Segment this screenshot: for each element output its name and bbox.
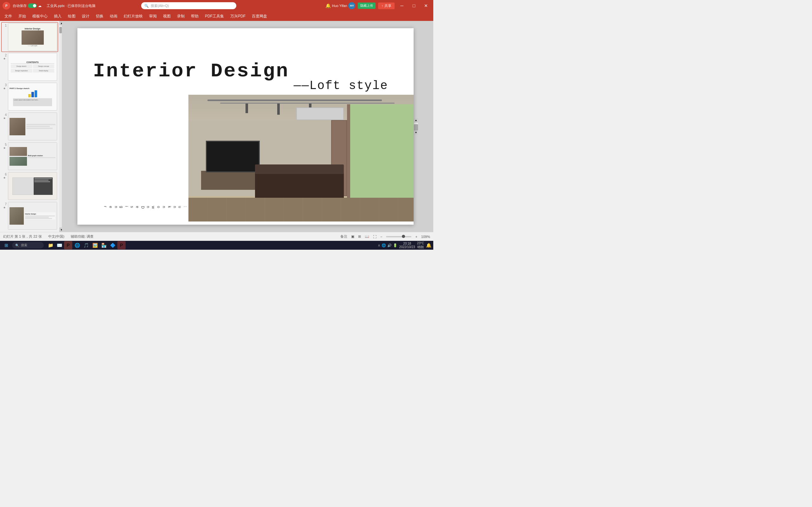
thumb7-img1 bbox=[9, 207, 24, 225]
menu-baidu-pan[interactable]: 百度网盘 bbox=[249, 12, 270, 20]
taskbar-app-store[interactable]: 🏪 bbox=[100, 241, 108, 249]
slide-num-3: 3 bbox=[2, 83, 7, 87]
thumb4-line-1 bbox=[26, 124, 55, 125]
slide-item-4[interactable]: 4 ★ bbox=[1, 112, 58, 141]
thumb5-right: Multi graph rotation bbox=[28, 155, 55, 158]
tray-network[interactable]: 🌐 bbox=[382, 243, 386, 247]
slide-item-6[interactable]: 6 ★ bbox=[1, 171, 58, 201]
minimize-button[interactable]: ─ bbox=[397, 3, 407, 9]
slide-panel: 1 Interior Design ——Loft style 2 ★ bbox=[0, 21, 59, 232]
canvas-area[interactable]: Interior Design ——Loft style A u t h o r… bbox=[62, 21, 433, 232]
menu-design[interactable]: 设计 bbox=[79, 12, 93, 20]
search-box[interactable]: 🔍 搜索(Alt+Q) bbox=[141, 2, 236, 9]
view-normal-icon[interactable]: ▣ bbox=[351, 234, 354, 239]
thumb1-title: Interior Design bbox=[25, 27, 40, 30]
slide-thumb-inner-5: Multi graph rotation bbox=[8, 143, 57, 170]
start-button[interactable]: ⊞ bbox=[2, 242, 11, 249]
thumb4-image1 bbox=[9, 118, 26, 135]
zoom-in-button[interactable]: + bbox=[415, 235, 417, 239]
statusbar: 幻灯片 第 1 张，共 22 张 中文(中国) 辅助功能: 调查 备注 ▣ ⊞ … bbox=[0, 232, 433, 241]
slide-main-title: Interior Design bbox=[93, 60, 289, 82]
track-light-2 bbox=[277, 104, 280, 115]
canvas-wrapper: Interior Design ——Loft style A u t h o r… bbox=[62, 21, 433, 232]
upload-popup[interactable]: 隐藏上传 bbox=[358, 3, 375, 9]
menu-review[interactable]: 审阅 bbox=[146, 12, 160, 20]
panel-scroll-thumb[interactable] bbox=[59, 27, 62, 33]
thumb7-line-3 bbox=[25, 218, 52, 219]
menu-view[interactable]: 视图 bbox=[160, 12, 174, 20]
share-icon: ↑ bbox=[381, 4, 383, 8]
menu-transition[interactable]: 切换 bbox=[93, 12, 107, 20]
taskbar-datetime[interactable]: 20:18 2022/10/23 bbox=[399, 242, 415, 249]
tray-volume[interactable]: 🔊 bbox=[387, 243, 392, 247]
view-reader-icon[interactable]: 📖 bbox=[365, 234, 369, 239]
autosave-toggle[interactable] bbox=[28, 3, 37, 8]
thumb4-text-area bbox=[26, 124, 55, 129]
thumb3-bar-2 bbox=[32, 92, 34, 97]
filename-label: 工业风.pptx · 已保存到这台电脑 bbox=[47, 3, 96, 8]
maximize-button[interactable]: □ bbox=[409, 3, 419, 9]
thumb6-textline-2 bbox=[34, 180, 49, 181]
menu-animation[interactable]: 动画 bbox=[107, 12, 120, 20]
menu-wanxing-pdf[interactable]: 万兴PDF bbox=[227, 12, 249, 20]
view-slide-icon[interactable]: ⊞ bbox=[358, 234, 361, 239]
search-placeholder: 搜索(Alt+Q) bbox=[151, 3, 169, 8]
taskbar-app-explorer[interactable]: 📁 bbox=[46, 241, 55, 249]
thumb6-textbox bbox=[34, 177, 53, 195]
zoom-slider-thumb[interactable] bbox=[402, 235, 405, 238]
menu-file[interactable]: 文件 bbox=[1, 12, 15, 20]
track-light-1 bbox=[246, 104, 248, 113]
taskbar-app-photo[interactable]: 🖼️ bbox=[91, 241, 99, 249]
menu-pdf-tools[interactable]: PDF工具集 bbox=[202, 12, 227, 20]
menu-insert[interactable]: 插入 bbox=[51, 12, 65, 20]
canvas-scroll-track[interactable] bbox=[414, 123, 418, 130]
slide-star-6: ★ bbox=[3, 176, 6, 179]
slide-item-5[interactable]: 5 ★ Multi graph rotation bbox=[1, 141, 58, 171]
taskbar-app-ppt[interactable]: P bbox=[117, 241, 125, 249]
zoom-level-label[interactable]: 109% bbox=[421, 235, 430, 239]
panel-scrollbar[interactable]: ▲ ▼ bbox=[59, 21, 62, 232]
taskbar-app-music[interactable]: 🎵 bbox=[82, 241, 90, 249]
menu-help[interactable]: 帮助 bbox=[188, 12, 202, 20]
taskbar-search-icon: 🔍 bbox=[15, 244, 19, 247]
taskbar-app-edge[interactable]: 🔷 bbox=[108, 241, 117, 249]
thumb5-label: Multi graph rotation bbox=[28, 155, 55, 157]
canvas-scroll-up[interactable]: ▲ bbox=[414, 118, 418, 123]
panel-scroll-track[interactable] bbox=[59, 25, 62, 228]
menu-start[interactable]: 开始 bbox=[15, 12, 29, 20]
slide-thumb-6 bbox=[8, 172, 57, 200]
slide-canvas[interactable]: Interior Design ——Loft style A u t h o r… bbox=[78, 28, 414, 225]
canvas-scroll-thumb[interactable] bbox=[414, 124, 418, 130]
menu-templates[interactable]: 模板中心 bbox=[29, 12, 51, 20]
taskbar-app-mail[interactable]: ✉️ bbox=[55, 241, 63, 249]
zoom-out-button[interactable]: − bbox=[380, 235, 382, 239]
slide-item-1[interactable]: 1 Interior Design ——Loft style bbox=[1, 22, 58, 52]
tray-expand[interactable]: ∧ bbox=[378, 243, 380, 247]
taskbar-time: 20:18 bbox=[399, 242, 415, 245]
menu-slideshow[interactable]: 幻灯片放映 bbox=[120, 12, 146, 20]
thumb1-image bbox=[21, 31, 44, 45]
canvas-scrollbar[interactable]: ▲ ▼ bbox=[414, 118, 418, 135]
taskbar-search-box[interactable]: 🔍 搜索 bbox=[12, 242, 44, 248]
thumb2-cell-3: Design inspiration bbox=[11, 69, 32, 72]
slide-item-2[interactable]: 2 ★ CONTENTS Design sketch Design concep… bbox=[1, 52, 58, 82]
close-button[interactable]: ✕ bbox=[421, 3, 431, 9]
taskbar-app-wps[interactable]: P bbox=[64, 241, 72, 249]
slide-item-7[interactable]: 7 ★ Interior design bbox=[1, 201, 58, 231]
canvas-scroll-down[interactable]: ▼ bbox=[414, 130, 418, 135]
slide-count-label: 幻灯片 第 1 张，共 22 张 bbox=[3, 234, 42, 239]
tray-battery[interactable]: 🔋 bbox=[393, 243, 397, 247]
taskbar-weather: 23°C 晴朗 bbox=[417, 241, 424, 249]
notification-bell[interactable]: 🔔 bbox=[426, 243, 432, 248]
menu-record[interactable]: 录制 bbox=[174, 12, 188, 20]
share-button[interactable]: ↑ 共享 bbox=[378, 3, 395, 9]
menu-draw[interactable]: 绘图 bbox=[65, 12, 79, 20]
view-fullscreen-icon[interactable]: ⛶ bbox=[373, 235, 376, 239]
thumb1-subtitle: ——Loft style bbox=[28, 45, 37, 47]
notes-label[interactable]: 备注 bbox=[340, 234, 347, 239]
user-info: 🔔 Huo Yifan HY bbox=[325, 2, 356, 9]
slide-item-3[interactable]: 3 ★ PART.1 Design sketch Lorem ipsum des… bbox=[1, 82, 58, 112]
zoom-slider[interactable] bbox=[386, 236, 411, 237]
taskbar-app-browser[interactable]: 🌐 bbox=[73, 241, 81, 249]
thumb4-line-3 bbox=[26, 128, 53, 129]
